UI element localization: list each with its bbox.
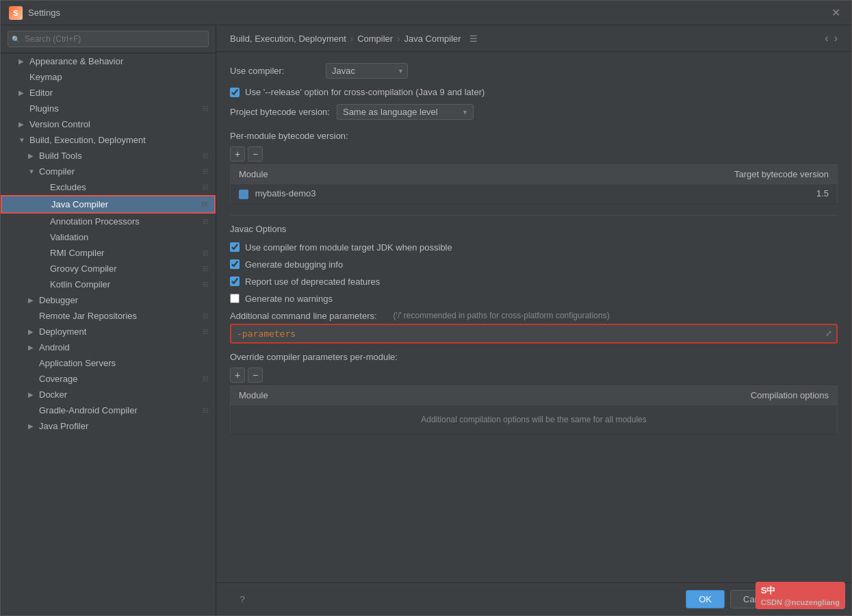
command-input-wrap: ⤢ (230, 324, 838, 344)
settings-icon: ⊟ (203, 167, 209, 176)
sidebar-item-label: Java Compiler (51, 199, 108, 209)
javac-checkbox-row-0: Use compiler from module target JDK when… (230, 242, 838, 253)
compiler-select-wrapper: Javac Eclipse Ajc (326, 63, 408, 79)
settings-icon: ⊟ (203, 248, 209, 257)
sidebar-item-android[interactable]: ▶ Android (1, 339, 216, 355)
breadcrumb: Build, Execution, Deployment › Compiler … (216, 25, 851, 52)
sidebar-item-excludes[interactable]: Excludes ⊟ (1, 179, 216, 195)
sidebar-item-validation[interactable]: Validation (1, 229, 216, 245)
sidebar-item-compiler[interactable]: ▼ Compiler ⊟ (1, 164, 216, 179)
add-module-button[interactable]: + (230, 146, 245, 162)
sidebar-item-app-servers[interactable]: Application Servers (1, 355, 216, 371)
sidebar-item-coverage[interactable]: Coverage ⊟ (1, 371, 216, 387)
debug-checkbox[interactable] (230, 259, 240, 269)
sidebar-item-groovy[interactable]: Groovy Compiler ⊟ (1, 261, 216, 277)
release-checkbox-row: Use '--release' option for cross-compila… (230, 87, 838, 97)
release-checkbox-label[interactable]: Use '--release' option for cross-compila… (245, 87, 485, 97)
settings-icon: ⊟ (203, 311, 209, 320)
sidebar-item-java-compiler[interactable]: Java Compiler ⊟ (1, 195, 216, 214)
back-button[interactable]: ‹ (825, 32, 828, 44)
watermark: S中 CSDN @ncuzengliang (756, 582, 845, 609)
sidebar-item-label: RMI Compiler (50, 248, 104, 258)
sidebar-item-appearance[interactable]: ▶ Appearance & Behavior (1, 53, 216, 69)
ok-button[interactable]: OK (686, 590, 725, 608)
settings-icon: ⊟ (203, 217, 209, 226)
per-module-table: Module Target bytecode version mybatis-d… (230, 164, 838, 204)
sidebar-item-label: Build Tools (39, 151, 82, 161)
warnings-checkbox[interactable] (230, 294, 240, 303)
sidebar-item-label: Debugger (39, 295, 78, 305)
bytecode-version-row: Project bytecode version: Same as langua… (230, 104, 838, 120)
table-row: mybatis-demo3 1.5 (231, 184, 838, 204)
bytecode-version-label: Project bytecode version: (230, 107, 330, 117)
use-jdk-label[interactable]: Use compiler from module target JDK when… (245, 242, 452, 253)
sidebar-item-version-control[interactable]: ▶ Version Control (1, 116, 216, 132)
expand-button[interactable]: ⤢ (821, 326, 836, 341)
per-module-toolbar: + − (230, 146, 838, 162)
settings-icon: ⊟ (203, 183, 209, 192)
sidebar: ▶ Appearance & Behavior Keymap ▶ Editor … (1, 25, 216, 615)
breadcrumb-sep-2: › (397, 34, 400, 44)
release-checkbox[interactable] (230, 88, 240, 97)
help-button[interactable]: ? (230, 591, 255, 608)
override-label: Override compiler parameters per-module: (230, 352, 838, 362)
panel-content: Use compiler: Javac Eclipse Ajc Use '--r… (216, 52, 851, 582)
forward-button[interactable]: › (834, 32, 838, 44)
sidebar-item-label: Coverage (39, 374, 77, 384)
javac-checkbox-row-2: Report use of deprecated features (230, 277, 838, 287)
arrow-icon: ▶ (28, 328, 36, 335)
breadcrumb-part-3: Java Compiler (404, 34, 461, 44)
command-input[interactable] (231, 325, 821, 342)
target-header: Target bytecode version (508, 165, 837, 184)
warnings-label[interactable]: Generate no warnings (245, 294, 333, 304)
sidebar-item-label: Kotlin Compiler (50, 279, 110, 290)
breadcrumb-menu-icon[interactable]: ☰ (469, 34, 478, 44)
sidebar-item-debugger[interactable]: ▶ Debugger (1, 292, 216, 308)
additional-cmd-hint: ('/' recommended in paths for cross-plat… (393, 311, 610, 320)
remove-module-button[interactable]: − (248, 146, 263, 162)
sidebar-item-docker[interactable]: ▶ Docker (1, 387, 216, 402)
remove-override-button[interactable]: − (248, 368, 263, 383)
sidebar-item-keymap[interactable]: Keymap (1, 69, 216, 85)
watermark-text: S中 (761, 585, 840, 597)
settings-icon: ⊟ (203, 151, 209, 160)
sidebar-item-label: Deployment (39, 326, 86, 337)
use-jdk-checkbox[interactable] (230, 242, 240, 252)
compiler-select[interactable]: Javac Eclipse Ajc (326, 63, 408, 79)
search-input[interactable] (8, 31, 209, 47)
bytecode-version-select[interactable]: Same as language level (337, 104, 474, 120)
sidebar-item-build-exec[interactable]: ▼ Build, Execution, Deployment (1, 132, 216, 148)
module-cell: mybatis-demo3 (231, 184, 508, 204)
module-name: mybatis-demo3 (255, 188, 316, 198)
additional-cmd-label: Additional command line parameters: (230, 311, 377, 321)
sidebar-item-rmi[interactable]: RMI Compiler ⊟ (1, 245, 216, 261)
debug-label[interactable]: Generate debugging info (245, 259, 343, 270)
sidebar-item-kotlin[interactable]: Kotlin Compiler ⊟ (1, 277, 216, 292)
sidebar-item-editor[interactable]: ▶ Editor (1, 85, 216, 101)
deprecated-checkbox[interactable] (230, 277, 240, 286)
sidebar-item-gradle-android[interactable]: Gradle-Android Compiler ⊟ (1, 402, 216, 418)
search-box (1, 25, 216, 53)
settings-icon: ⊟ (203, 104, 209, 113)
override-table: Module Compilation options Additional co… (230, 385, 838, 435)
settings-icon: ⊟ (203, 374, 209, 383)
sidebar-item-java-profiler[interactable]: ▶ Java Profiler (1, 418, 216, 434)
sidebar-item-plugins[interactable]: Plugins ⊟ (1, 101, 216, 116)
add-override-button[interactable]: + (230, 368, 245, 383)
breadcrumb-sep-1: › (350, 34, 353, 44)
close-button[interactable]: ✕ (829, 6, 843, 19)
window-title: Settings (28, 8, 829, 18)
sidebar-item-label: Docker (39, 389, 67, 400)
sidebar-item-annotation[interactable]: Annotation Processors ⊟ (1, 214, 216, 229)
sidebar-item-deployment[interactable]: ▶ Deployment ⊟ (1, 324, 216, 339)
arrow-icon: ▶ (18, 89, 27, 97)
sidebar-item-build-tools[interactable]: ▶ Build Tools ⊟ (1, 148, 216, 164)
deprecated-label[interactable]: Report use of deprecated features (245, 277, 380, 287)
module-header: Module (231, 165, 508, 184)
use-compiler-row: Use compiler: Javac Eclipse Ajc (230, 63, 838, 79)
sidebar-item-remote-jar[interactable]: Remote Jar Repositories ⊟ (1, 308, 216, 324)
javac-options-divider: Javac Options (230, 215, 838, 234)
arrow-icon: ▶ (28, 422, 36, 430)
sidebar-item-label: Annotation Processors (50, 216, 140, 227)
sidebar-item-label: Build, Execution, Deployment (29, 135, 146, 145)
